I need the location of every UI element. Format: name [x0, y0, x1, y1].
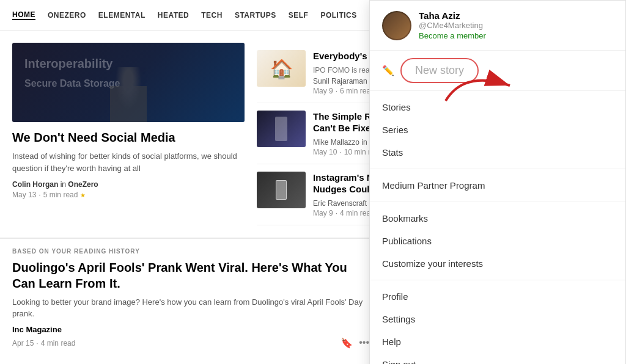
- bottom-article-title[interactable]: Duolingo's April Fools' Prank Went Viral…: [12, 260, 369, 291]
- nav-home[interactable]: HOME: [12, 10, 35, 20]
- become-member-link[interactable]: Become a member: [419, 31, 613, 40]
- bookmark-icon[interactable]: 🔖: [341, 337, 353, 349]
- dropdown-customize[interactable]: Customize your interests: [370, 252, 625, 275]
- dropdown-partner-program[interactable]: Medium Partner Program: [370, 174, 625, 197]
- dropdown-stories[interactable]: Stories: [370, 96, 625, 118]
- dropdown-section-4: Profile Settings Help Sign out: [370, 280, 625, 364]
- bottom-article-meta: Apr 15 · 4 min read: [12, 339, 75, 348]
- bottom-action-row: Apr 15 · 4 min read 🔖 •••: [12, 337, 369, 349]
- hero-image-overlay-text: Interoperability Secure Data Storage: [24, 55, 120, 90]
- new-story-button[interactable]: New story: [400, 58, 479, 83]
- user-avatar-img: [383, 12, 410, 39]
- hero-subtitle: Instead of wishing for better kinds of s…: [12, 150, 245, 174]
- nav-tech[interactable]: TECH: [201, 11, 223, 20]
- nav-startups[interactable]: STARTUPS: [235, 11, 276, 20]
- dropdown-series[interactable]: Series: [370, 118, 625, 141]
- dropdown-settings[interactable]: Settings: [370, 308, 625, 330]
- dropdown-signout[interactable]: Sign out: [370, 353, 625, 364]
- dropdown-stats[interactable]: Stats: [370, 141, 625, 164]
- dropdown-profile[interactable]: Profile: [370, 285, 625, 308]
- dropdown-section-1: Stories Series Stats: [370, 91, 625, 169]
- nav-self[interactable]: SELF: [289, 11, 309, 20]
- hero-meta: May 13 · 5 min read ★: [12, 191, 245, 199]
- pencil-icon: ✏️: [382, 65, 394, 76]
- nav-elemental[interactable]: ELEMENTAL: [98, 11, 145, 20]
- dropdown-user-info: Taha Aziz @CMe4Marketing Become a member: [419, 10, 613, 40]
- star-icon: ★: [80, 192, 86, 198]
- bottom-article: Duolingo's April Fools' Prank Went Viral…: [12, 260, 369, 349]
- more-options-icon[interactable]: •••: [359, 337, 369, 348]
- hero-text: We Don't Need Social Media Instead of wi…: [12, 122, 245, 199]
- bottom-article-author: Inc Magazine: [12, 325, 369, 334]
- bottom-article-desc: Looking to better your brand image? Here…: [12, 296, 369, 320]
- dropdown-help[interactable]: Help: [370, 330, 625, 353]
- user-dropdown: Taha Aziz @CMe4Marketing Become a member…: [369, 0, 626, 364]
- person-silhouette: [110, 67, 147, 122]
- dropdown-avatar: [382, 11, 411, 40]
- nav-onezero[interactable]: ONEZERO: [48, 11, 86, 20]
- article-thumbnail: 🏠: [257, 50, 306, 87]
- article-thumbnail: [257, 111, 306, 147]
- hero-article: Interoperability Secure Data Storage We …: [12, 43, 245, 225]
- dropdown-publications[interactable]: Publications: [370, 230, 625, 252]
- hero-author: Colin Horgan in OneZero: [12, 180, 245, 189]
- dropdown-bookmarks[interactable]: Bookmarks: [370, 207, 625, 230]
- hero-image[interactable]: Interoperability Secure Data Storage: [12, 43, 245, 122]
- dropdown-username: Taha Aziz: [419, 10, 613, 21]
- hero-title[interactable]: We Don't Need Social Media: [12, 129, 245, 145]
- nav-heated[interactable]: HEATED: [158, 11, 189, 20]
- article-thumbnail: [257, 172, 306, 208]
- dropdown-section-3: Bookmarks Publications Customize your in…: [370, 202, 625, 280]
- nav-politics[interactable]: POLITICS: [320, 11, 356, 20]
- dropdown-handle: @CMe4Marketing: [419, 21, 613, 30]
- new-story-section: ✏️ New story: [370, 51, 625, 91]
- dropdown-section-2: Medium Partner Program: [370, 169, 625, 202]
- dropdown-header: Taha Aziz @CMe4Marketing Become a member: [370, 1, 625, 51]
